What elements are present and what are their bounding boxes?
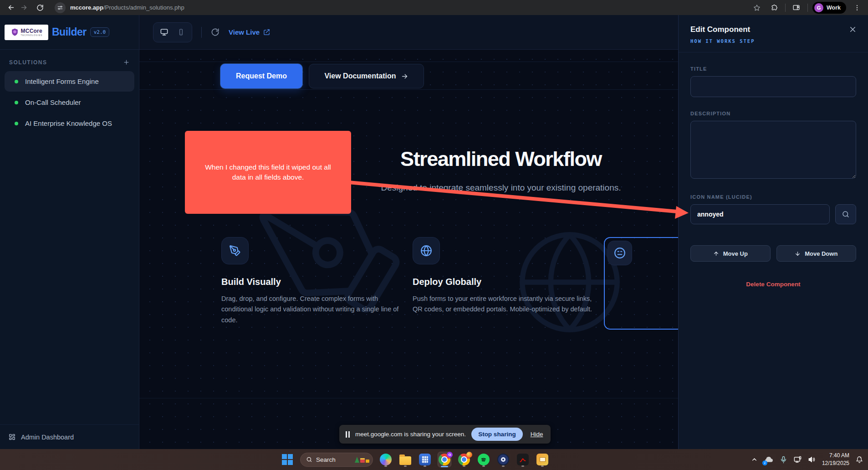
logo-subtitle: TECHNOLOGIES bbox=[21, 34, 43, 36]
puzzle-icon bbox=[771, 4, 778, 11]
taskbar-acrobat[interactable] bbox=[516, 452, 530, 467]
card-body: Push forms to your entire workforce inst… bbox=[413, 294, 594, 315]
refresh-preview-button[interactable] bbox=[211, 28, 220, 36]
notification-bell-button[interactable]: z bbox=[855, 455, 863, 464]
taskbar-mail-app[interactable] bbox=[536, 452, 549, 467]
desktop-preview-button[interactable] bbox=[156, 25, 173, 40]
taskbar-copilot[interactable] bbox=[379, 452, 393, 467]
microphone-tray-button[interactable] bbox=[780, 456, 787, 464]
browser-forward-button[interactable] bbox=[17, 1, 30, 14]
onedrive-tray-button[interactable]: i bbox=[764, 455, 774, 465]
notification-bell-icon: z bbox=[855, 455, 863, 464]
section-subheading: Designed to integrate seamlessly into yo… bbox=[381, 183, 621, 193]
sidebar-item-ai-enterprise-knowledge-os[interactable]: AI Enterprise Knowledge OS bbox=[5, 113, 134, 134]
refresh-icon bbox=[211, 28, 220, 36]
taskbar-calculator[interactable] bbox=[418, 452, 432, 467]
request-demo-button[interactable]: Request Demo bbox=[220, 64, 302, 88]
taskbar-chrome-second[interactable] bbox=[457, 452, 471, 467]
close-panel-button[interactable] bbox=[848, 25, 857, 34]
move-up-button[interactable]: Move Up bbox=[690, 245, 771, 262]
feature-card-deploy-globally[interactable]: Deploy Globally Push forms to your entir… bbox=[413, 237, 595, 315]
add-solution-button[interactable] bbox=[123, 59, 130, 66]
browser-menu-button[interactable] bbox=[851, 1, 863, 14]
taskbar-chrome-active[interactable]: G bbox=[438, 452, 451, 467]
mobile-preview-button[interactable] bbox=[173, 25, 189, 40]
stop-sharing-button[interactable]: Stop sharing bbox=[471, 428, 523, 441]
screen-share-tray-button[interactable] bbox=[793, 455, 802, 464]
extensions-button[interactable] bbox=[768, 1, 781, 14]
delete-component-button[interactable]: Delete Component bbox=[690, 281, 856, 288]
sidebar-item-intelligent-forms-engine[interactable]: Intelligent Forms Engine bbox=[5, 71, 134, 92]
annoyed-icon bbox=[614, 247, 626, 259]
share-banner-message: meet.google.com is sharing your screen. bbox=[355, 431, 466, 438]
screen-share-icon bbox=[793, 455, 802, 464]
system-tray: i 7:40 AM 12/19/2025 z bbox=[751, 449, 863, 470]
icon-name-input[interactable] bbox=[690, 204, 830, 224]
profile-badge-g: G bbox=[447, 452, 453, 458]
version-badge: v2.0 bbox=[90, 27, 110, 37]
icon-search-button[interactable] bbox=[835, 204, 856, 224]
taskbar-spotify[interactable] bbox=[477, 452, 490, 467]
side-panel-button[interactable] bbox=[790, 1, 803, 14]
divider bbox=[201, 27, 202, 38]
address-bar[interactable]: mccore.app/Products/admin_solutions.php bbox=[70, 4, 184, 11]
dashboard-grid-icon bbox=[8, 433, 16, 441]
admin-dashboard-link[interactable]: Admin Dashboard bbox=[0, 424, 139, 449]
pen-tool-icon bbox=[229, 245, 241, 257]
view-documentation-label: View Documentation bbox=[324, 72, 396, 80]
pause-icon[interactable] bbox=[346, 431, 350, 438]
forward-arrow-icon bbox=[20, 4, 28, 11]
feature-card-build-visually[interactable]: Build Visually Drag, drop, and configure… bbox=[221, 237, 403, 325]
title-input[interactable] bbox=[690, 76, 856, 97]
divider bbox=[679, 52, 868, 52]
annotation-text: When I changed this field it wiped out a… bbox=[205, 162, 331, 183]
description-field-label: DESCRIPTION bbox=[690, 111, 856, 116]
sidebar-item-on-call-scheduler[interactable]: On-Call Scheduler bbox=[5, 92, 134, 113]
left-column: MCCore TECHNOLOGIES Builder v2.0 SOLUTIO… bbox=[0, 15, 139, 449]
move-down-button[interactable]: Move Down bbox=[776, 245, 857, 262]
card-icon-tile bbox=[221, 237, 249, 264]
taskbar-search-box[interactable]: Search bbox=[300, 453, 373, 467]
back-arrow-icon bbox=[7, 4, 15, 11]
card-icon-tile bbox=[413, 237, 440, 264]
hide-banner-link[interactable]: Hide bbox=[531, 431, 543, 438]
kebab-menu-icon bbox=[853, 4, 861, 11]
taskbar-1password[interactable] bbox=[496, 452, 510, 467]
chrome-icon bbox=[458, 454, 470, 465]
description-textarea[interactable] bbox=[690, 121, 856, 179]
mccore-logo: MCCore TECHNOLOGIES bbox=[5, 25, 48, 40]
move-down-label: Move Down bbox=[805, 250, 837, 257]
start-button[interactable] bbox=[281, 452, 294, 467]
side-panel-search-icon bbox=[792, 4, 800, 11]
bookmark-star-button[interactable] bbox=[751, 1, 763, 14]
view-live-link[interactable]: View Live bbox=[229, 28, 270, 36]
title-field-label: TITLE bbox=[690, 66, 856, 72]
folder-icon bbox=[399, 456, 411, 465]
browser-reload-button[interactable] bbox=[34, 1, 46, 14]
divider bbox=[785, 4, 786, 12]
chrome-icon: G bbox=[439, 454, 450, 465]
acrobat-icon bbox=[517, 454, 529, 465]
search-icon bbox=[306, 456, 312, 463]
clock[interactable]: 7:40 AM 12/19/2025 bbox=[822, 452, 849, 467]
taskbar-file-explorer[interactable] bbox=[398, 452, 412, 467]
browser-back-button[interactable] bbox=[5, 1, 17, 14]
svg-text:z: z bbox=[860, 456, 861, 459]
center-column: View Live Request Demo View Documentatio… bbox=[139, 15, 678, 449]
builder-app: MCCore TECHNOLOGIES Builder v2.0 SOLUTIO… bbox=[0, 15, 868, 449]
browser-profile-button[interactable]: G Work bbox=[812, 2, 846, 14]
smartphone-icon bbox=[177, 28, 185, 36]
site-info-button[interactable] bbox=[55, 2, 66, 13]
mail-app-icon bbox=[536, 454, 548, 465]
tray-chevron-button[interactable] bbox=[751, 456, 758, 463]
sidebar: SOLUTIONS Intelligent Forms Engine On-Ca… bbox=[0, 50, 139, 449]
url-path: /Products/admin_solutions.php bbox=[103, 4, 184, 11]
chevron-up-icon bbox=[751, 456, 758, 463]
divider bbox=[807, 4, 808, 12]
feature-card-selected[interactable] bbox=[604, 237, 678, 330]
status-dot-icon bbox=[15, 122, 18, 125]
search-icon bbox=[842, 210, 850, 218]
sidebar-section-title: SOLUTIONS bbox=[9, 59, 47, 66]
volume-tray-button[interactable] bbox=[808, 455, 816, 464]
view-documentation-button[interactable]: View Documentation bbox=[309, 64, 424, 88]
